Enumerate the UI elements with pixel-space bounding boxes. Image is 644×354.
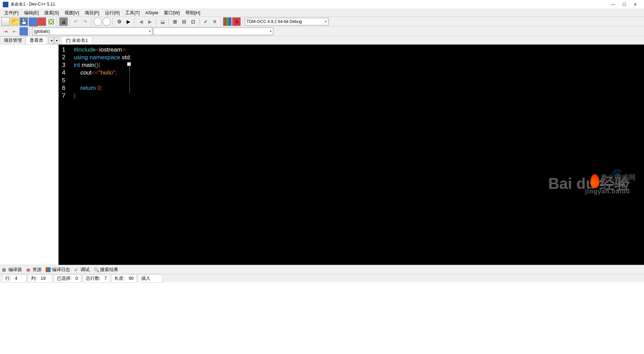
menubar: 文件[F] 编辑[E] 搜索[S] 视图[V] 项目[P] 运行[R] 工具[T…	[0, 9, 644, 17]
scope-select-value: (globals)	[34, 29, 50, 34]
save-icon[interactable]: 💾	[20, 17, 28, 26]
chart-icon	[46, 267, 51, 272]
replace-icon[interactable]	[103, 17, 111, 26]
logo-url: www.aoe1.com	[601, 181, 636, 189]
close-button[interactable]: ✕	[633, 2, 638, 7]
print-icon[interactable]: 🖨	[59, 17, 68, 26]
menu-project[interactable]: 项目[P]	[82, 9, 102, 17]
tab-class-browser[interactable]: 查看类	[26, 36, 47, 44]
new-file-icon[interactable]	[1, 17, 10, 26]
window-list-icon[interactable]	[20, 27, 28, 36]
fold-line	[129, 63, 130, 93]
separator	[113, 18, 113, 25]
chevron-down-icon: ▾	[325, 20, 327, 23]
stack-icon: ▣	[26, 267, 31, 272]
minimize-button[interactable]: —	[611, 2, 615, 7]
fold-marker-icon[interactable]	[127, 62, 131, 66]
flame-icon	[590, 174, 599, 188]
tab-label: 资源	[32, 267, 41, 273]
code-editor[interactable]: 1234567 #include<iostream>using namespac…	[59, 45, 644, 265]
app-icon	[3, 2, 8, 7]
menu-file[interactable]: 文件[F]	[1, 9, 21, 17]
chart-icon[interactable]	[223, 17, 232, 26]
scope-select[interactable]: (globals) ▾	[32, 28, 152, 35]
tab-label: 搜索结果	[100, 267, 118, 273]
debug-icon[interactable]: 🐞	[232, 17, 241, 26]
menu-run[interactable]: 运行[R]	[102, 9, 123, 17]
find-icon[interactable]	[93, 17, 102, 26]
menu-view[interactable]: 视图[V]	[62, 9, 82, 17]
bookmark-icon[interactable]: ⬓	[158, 17, 167, 26]
maximize-button[interactable]: ☐	[622, 2, 627, 7]
menu-search[interactable]: 搜索[S]	[41, 9, 62, 17]
save-all-icon[interactable]	[29, 17, 37, 26]
menu-window[interactable]: 窗口[W]	[161, 9, 183, 17]
undo-icon[interactable]: ↶	[72, 17, 80, 26]
status-len: 长度: 90	[111, 274, 137, 283]
status-sel: 已选择: 0	[54, 274, 81, 283]
file-tab-label: [*] 未命名1	[66, 37, 88, 44]
status-insert: 插入	[138, 274, 162, 283]
menu-astyle[interactable]: AStyle	[143, 9, 161, 16]
goto2-icon[interactable]: ⇤	[10, 27, 19, 36]
titlebar: 未命名1 - Dev-C++ 5.11 — ☐ ✕	[0, 0, 644, 9]
separator	[221, 18, 221, 25]
tab-nav: ◂ ▸	[48, 36, 60, 44]
separator	[30, 28, 30, 35]
close-all-icon[interactable]: ❎	[47, 17, 55, 26]
chevron-down-icon: ▾	[270, 29, 272, 33]
separator	[242, 18, 243, 25]
goto-icon[interactable]: ⇥	[1, 27, 10, 36]
watermark: 🐾 Bai du 经验 jingyan.baidu	[548, 172, 630, 195]
separator	[156, 18, 157, 25]
toolbar-main: 📂 💾 ❎ 🖨 ↶ ↷ ⚙ ▶ ◀ ▶ ⬓ ⊞ ⊟ ⊡ ✔ ✖ 🐞 TDM-GC…	[0, 17, 644, 26]
grid3-icon[interactable]: ⊡	[189, 17, 197, 26]
separator	[168, 18, 169, 25]
tab-row: 项目管理 查看类 ◂ ▸ [*] 未命名1	[0, 36, 644, 45]
menu-tools[interactable]: 工具[T]	[122, 9, 142, 17]
tab-compiler[interactable]: ⊞编译器	[2, 267, 22, 273]
compiler-select-value: TDM-GCC 4.9.2 64-bit Debug	[247, 19, 302, 24]
status-line: 行: 4	[2, 274, 26, 283]
tab-prev-icon[interactable]: ◂	[48, 37, 54, 44]
open-file-icon[interactable]: 📂	[10, 17, 19, 26]
member-select[interactable]: ▾	[153, 28, 273, 35]
grid-icon[interactable]: ⊞	[171, 17, 179, 26]
grid2-icon[interactable]: ⊟	[180, 17, 188, 26]
compiler-select[interactable]: TDM-GCC 4.9.2 64-bit Debug ▾	[245, 18, 328, 25]
close-file-icon[interactable]	[38, 17, 46, 26]
code-content[interactable]: #include<iostream>using namespace std;in…	[67, 45, 131, 265]
tab-search-results[interactable]: 🔍搜索结果	[94, 267, 118, 273]
logo-text: 奥义游戏网	[601, 174, 636, 181]
tab-next-icon[interactable]: ▸	[54, 37, 60, 44]
compile-icon[interactable]: ⚙	[115, 17, 123, 26]
tab-resources[interactable]: ▣资源	[26, 267, 41, 273]
class-browser-panel[interactable]	[0, 45, 59, 265]
toolbar-secondary: ⇥ ⇤ (globals) ▾ ▾	[0, 26, 644, 36]
tab-project-manager[interactable]: 项目管理	[0, 36, 26, 44]
grid-icon: ⊞	[2, 267, 7, 272]
file-tab[interactable]: [*] 未命名1	[62, 36, 92, 44]
redo-icon[interactable]: ↷	[81, 17, 89, 26]
cancel-icon[interactable]: ✖	[211, 17, 219, 26]
back-icon[interactable]: ◀	[137, 17, 145, 26]
separator	[91, 18, 92, 25]
menu-edit[interactable]: 编辑[E]	[21, 9, 41, 17]
separator	[199, 18, 200, 25]
tab-compile-log[interactable]: 编译日志	[46, 267, 70, 273]
search-icon: 🔍	[94, 267, 99, 272]
separator	[69, 18, 70, 25]
menu-help[interactable]: 帮助[H]	[183, 9, 203, 17]
tab-debug[interactable]: ✔调试	[74, 267, 90, 273]
tab-label: 查看类	[30, 37, 43, 44]
line-gutter: 1234567	[59, 45, 67, 265]
run-icon[interactable]: ▶	[124, 17, 132, 26]
statusbar: 行: 4 列: 19 已选择: 0 总行数: 7 长度: 90 插入	[0, 274, 644, 282]
check-icon[interactable]: ✔	[202, 17, 210, 26]
tab-label: 项目管理	[4, 37, 22, 44]
bottom-tabs: ⊞编译器 ▣资源 编译日志 ✔调试 🔍搜索结果	[0, 265, 644, 274]
main-area: 1234567 #include<iostream>using namespac…	[0, 45, 644, 265]
tab-label: 编译日志	[52, 267, 70, 273]
separator	[57, 18, 58, 25]
forward-icon[interactable]: ▶	[146, 17, 154, 26]
